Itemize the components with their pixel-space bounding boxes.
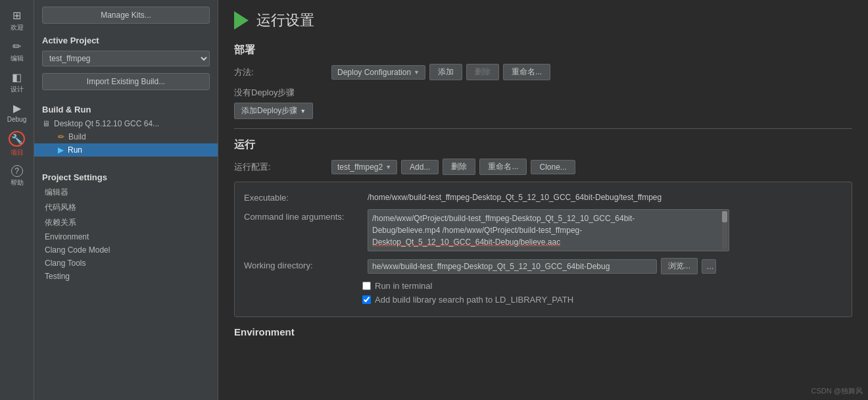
sidebar-label-project: 项目	[11, 148, 24, 157]
executable-label: Executable:	[244, 190, 362, 203]
build-label: Build	[68, 132, 86, 141]
build-item[interactable]: ✏ Build	[34, 130, 218, 143]
cmd-args-label: Command line arguments:	[244, 209, 362, 222]
executable-row: Executable: /home/wxw/build-test_ffmpeg-…	[244, 190, 842, 203]
scrollbar[interactable]	[722, 211, 727, 249]
sidebar-label-welcome: 欢迎	[11, 23, 24, 32]
build-run-section: Build & Run 🖥 Desktop Qt 5.12.10 GCC 64.…	[34, 94, 218, 162]
add-build-library-checkbox[interactable]	[362, 295, 371, 304]
project-settings-header: Project Settings	[34, 167, 218, 185]
add-build-library-label[interactable]: Add build library search path to LD_LIBR…	[375, 295, 573, 305]
cmd-line2: Debug/believe.mp4 /home/wxw/QtProject/bu…	[372, 224, 725, 236]
play-triangle-icon	[234, 11, 249, 30]
debug-icon: ▶	[13, 102, 21, 114]
sidebar-item-project[interactable]: 🔧 项目	[0, 127, 34, 161]
cmd-line1: /home/wxw/QtProject/build-test_ffmpeg-De…	[372, 213, 725, 224]
cmd-line3: Desktop_Qt_5_12_10_GCC_64bit-Debug/belie…	[372, 236, 725, 248]
run-in-terminal-row: Run in terminal	[362, 281, 842, 291]
method-row: 方法: Deploy Configuration ▼ 添加 删除 重命名...	[234, 64, 852, 80]
run-config-dropdown[interactable]: test_ffmpeg2 ▼	[331, 160, 397, 174]
run-in-terminal-label[interactable]: Run in terminal	[375, 281, 432, 291]
dropdown-arrow-icon: ▼	[414, 69, 420, 76]
project-select[interactable]: test_ffmpeg	[42, 51, 210, 66]
settings-link-dependencies[interactable]: 依赖关系	[34, 215, 218, 230]
run-icon: ▶	[58, 145, 64, 155]
settings-link-clang-tools[interactable]: Clang Tools	[34, 257, 218, 270]
scrollbar-thumb	[722, 211, 727, 222]
clone-button[interactable]: Clone...	[531, 160, 575, 174]
run-item[interactable]: ▶ Run	[34, 143, 218, 157]
sidebar-label-debug: Debug	[7, 116, 26, 123]
sidebar-item-help[interactable]: ? 帮助	[0, 161, 34, 191]
no-steps-text: 没有Deploy步骤	[234, 87, 852, 99]
wrench-icon: 🔧	[9, 131, 25, 147]
page-title-row: 运行设置	[234, 11, 852, 30]
run-section-title: 运行	[234, 138, 852, 152]
sidebar-label-help: 帮助	[11, 178, 24, 188]
working-dir-controls: 浏览... …	[368, 258, 716, 274]
run-in-terminal-checkbox[interactable]	[362, 282, 371, 290]
run-config-row: 运行配置: test_ffmpeg2 ▼ Add... 删除 重命名... Cl…	[234, 159, 852, 175]
deploy-config-dropdown[interactable]: Deploy Configuration ▼	[331, 65, 425, 80]
deploy-add-button[interactable]: 添加	[429, 64, 462, 80]
help-icon: ?	[11, 165, 23, 177]
run-fields-container: Executable: /home/wxw/build-test_ffmpeg-…	[234, 182, 852, 317]
working-dir-row: Working directory: 浏览... …	[244, 258, 842, 274]
edit-icon: ✏	[12, 40, 21, 53]
run-add-button[interactable]: Add...	[401, 160, 439, 174]
settings-link-clang-code-model[interactable]: Clang Code Model	[34, 243, 218, 257]
page-title: 运行设置	[256, 11, 314, 30]
add-step-label: 添加Deploy步骤	[241, 105, 297, 116]
desktop-qt-item[interactable]: 🖥 Desktop Qt 5.12.10 GCC 64...	[34, 117, 218, 130]
manage-kits-button[interactable]: Manage Kits...	[42, 7, 210, 24]
settings-link-code-style[interactable]: 代码风格	[34, 200, 218, 215]
method-label: 方法:	[234, 64, 326, 78]
browse-button[interactable]: 浏览...	[661, 258, 698, 274]
active-project-header: Active Project	[34, 30, 218, 48]
run-config-controls: test_ffmpeg2 ▼ Add... 删除 重命名... Clone...	[331, 159, 575, 175]
settings-link-environment[interactable]: Environment	[34, 230, 218, 243]
add-step-arrow-icon: ▼	[300, 108, 306, 114]
run-config-label: 运行配置:	[234, 159, 326, 173]
run-delete-button[interactable]: 删除	[443, 159, 475, 175]
deploy-rename-button[interactable]: 重命名...	[503, 64, 550, 80]
sidebar-label-design: 设计	[11, 85, 24, 94]
settings-link-editor[interactable]: 编辑器	[34, 185, 218, 200]
section-divider	[234, 128, 852, 129]
deploy-section-title: 部署	[234, 43, 852, 57]
run-label: Run	[68, 145, 82, 155]
cmd-args-box[interactable]: /home/wxw/QtProject/build-test_ffmpeg-De…	[368, 209, 729, 251]
run-rename-button[interactable]: 重命名...	[479, 159, 527, 175]
deploy-config-value: Deploy Configuration	[337, 68, 411, 77]
method-controls: Deploy Configuration ▼ 添加 删除 重命名...	[331, 64, 550, 80]
sidebar-item-edit[interactable]: ✏ 编辑	[0, 36, 34, 67]
left-panel: Manage Kits... Active Project test_ffmpe…	[34, 0, 218, 400]
run-config-value: test_ffmpeg2	[337, 162, 383, 172]
build-run-header: Build & Run	[34, 99, 218, 117]
working-dir-expand-button[interactable]: …	[702, 259, 716, 274]
add-deploy-step-button[interactable]: 添加Deploy步骤 ▼	[234, 103, 313, 119]
project-settings-section: Project Settings 编辑器 代码风格 依赖关系 Environme…	[34, 162, 218, 288]
executable-value: /home/wxw/build-test_ffmpeg-Desktop_Qt_5…	[368, 190, 662, 202]
cmd-args-container: /home/wxw/QtProject/build-test_ffmpeg-De…	[368, 209, 729, 251]
settings-link-testing[interactable]: Testing	[34, 270, 218, 283]
working-dir-input[interactable]	[368, 259, 657, 274]
sidebar-label-edit: 编辑	[11, 54, 24, 63]
working-dir-label: Working directory:	[244, 258, 362, 270]
monitor-icon: 🖥	[42, 119, 50, 128]
main-content: 运行设置 部署 方法: Deploy Configuration ▼ 添加 删除…	[218, 0, 868, 400]
design-icon: ◧	[12, 71, 22, 84]
environment-title: Environment	[234, 326, 852, 338]
grid-icon: ⊞	[12, 9, 21, 22]
cmd-args-row: Command line arguments: /home/wxw/QtProj…	[244, 209, 842, 251]
watermark: CSDN @独舞风	[811, 386, 863, 396]
desktop-qt-label: Desktop Qt 5.12.10 GCC 64...	[54, 119, 159, 128]
sidebar-item-welcome[interactable]: ⊞ 欢迎	[0, 5, 34, 36]
sidebar-item-debug[interactable]: ▶ Debug	[0, 98, 34, 127]
add-build-library-row: Add build library search path to LD_LIBR…	[362, 295, 842, 305]
sidebar-item-design[interactable]: ◧ 设计	[0, 67, 34, 98]
import-existing-build-button[interactable]: Import Existing Build...	[42, 73, 210, 90]
project-select-row: test_ffmpeg	[34, 48, 218, 69]
deploy-delete-button[interactable]: 删除	[466, 64, 499, 80]
run-config-arrow-icon: ▼	[385, 164, 391, 170]
